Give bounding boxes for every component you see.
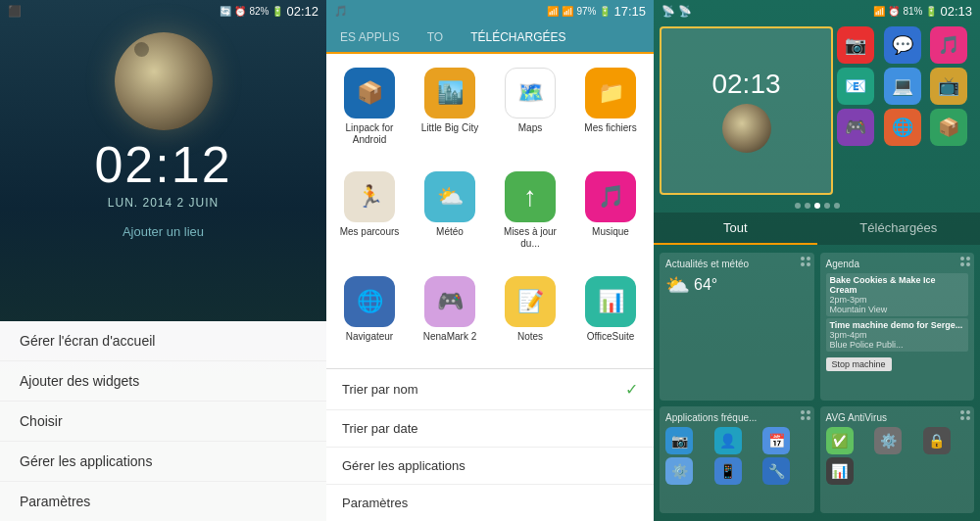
- app-musique[interactable]: 🎵 Musique: [571, 166, 650, 267]
- notes-label: Notes: [517, 331, 543, 343]
- menu-item-settings[interactable]: Paramètres: [0, 482, 326, 521]
- little-big-city-label: Little Big City: [421, 122, 478, 134]
- mini-app-4[interactable]: 📧: [837, 68, 874, 105]
- app-navigateur[interactable]: 🌐 Navigateur: [330, 270, 409, 360]
- apwd4: [807, 416, 810, 420]
- avg-icon-1[interactable]: ✅: [826, 427, 854, 454]
- tab-to[interactable]: TO: [414, 23, 457, 52]
- agenda-widget-card[interactable]: Agenda Bake Cookies & Make Ice Cream 2pm…: [820, 253, 975, 401]
- weather-widget-card[interactable]: Actualités et météo ⛅ 64°: [660, 253, 814, 401]
- clock-widget[interactable]: 02:13: [660, 26, 833, 195]
- meteo-icon: ⛅: [424, 171, 475, 222]
- widget-clock-time: 02:13: [711, 69, 780, 100]
- tab-es-applis[interactable]: ES APPLIS: [326, 23, 414, 52]
- apps-widget-grid: 📷 👤 📅 ⚙️ 📱 🔧: [665, 427, 808, 485]
- app-notes[interactable]: 📝 Notes: [491, 270, 569, 360]
- mini-app-7[interactable]: 🎮: [837, 109, 874, 146]
- app-nenamark[interactable]: 🎮 NenaMark 2: [411, 270, 489, 360]
- avg-icon-4[interactable]: 📊: [826, 457, 854, 485]
- sort-by-date[interactable]: Trier par date: [326, 410, 654, 448]
- clock-time: 02:12: [0, 135, 326, 194]
- wifi-icon-p3: 📶: [873, 6, 885, 17]
- menu-item-manage-home[interactable]: Gérer l'écran d'accueil: [0, 321, 326, 361]
- apps-widget-dots: [801, 410, 810, 420]
- fav-app-1[interactable]: 📷: [665, 427, 693, 454]
- app-mes-parcours[interactable]: 🏃 Mes parcours: [330, 166, 409, 267]
- tab-tout[interactable]: Tout: [654, 213, 817, 245]
- fav-app-4[interactable]: ⚙️: [665, 457, 693, 485]
- mini-app-6[interactable]: 📺: [930, 68, 967, 105]
- meteo-label: Météo: [436, 226, 464, 238]
- mises-a-jour-icon: ↑: [505, 171, 556, 222]
- battery-icon: 🔋: [271, 6, 283, 17]
- musique-label: Musique: [592, 226, 629, 238]
- dot-4: [824, 203, 830, 209]
- menu-item-choose[interactable]: Choisir: [0, 402, 326, 442]
- weather-widget-dots: [801, 257, 810, 266]
- manage-apps-p2[interactable]: Gérer les applications: [326, 448, 654, 485]
- mes-parcours-icon: 🏃: [344, 171, 395, 222]
- stop-machine-button[interactable]: Stop machine: [826, 357, 892, 371]
- mes-fichiers-label: Mes fichiers: [584, 122, 636, 134]
- mes-fichiers-icon: 📁: [585, 68, 636, 118]
- settings-p2[interactable]: Paramètres: [326, 485, 654, 521]
- avg-icon-2[interactable]: ⚙️: [874, 427, 902, 454]
- mini-app-3[interactable]: 🎵: [930, 26, 967, 64]
- check-icon: ✓: [625, 380, 638, 399]
- tab-telechargees[interactable]: TÉLÉCHARGÉES: [457, 23, 579, 54]
- tab-telechargees-p3[interactable]: Téléchargées: [817, 213, 981, 245]
- lock-screen-menu: Gérer l'écran d'accueil Ajouter des widg…: [0, 321, 326, 521]
- app-drawer-tabs: ES APPLIS TO TÉLÉCHARGÉES: [326, 23, 654, 54]
- fav-app-6[interactable]: 🔧: [762, 457, 790, 485]
- status-bar-panel1: ⬛ 🔄 ⏰ 02:12 82% 🔋 02:12: [0, 0, 326, 23]
- moon-container: [0, 32, 326, 130]
- weather-temp: 64°: [694, 276, 717, 294]
- menu-item-manage-apps[interactable]: Gérer les applications: [0, 442, 326, 482]
- mini-app-9[interactable]: 📦: [930, 109, 967, 146]
- app-officesuite[interactable]: 📊 OfficeSuite: [571, 270, 650, 360]
- app-mises-a-jour[interactable]: ↑ Mises à jour du...: [491, 166, 569, 267]
- mises-a-jour-label: Mises à jour du...: [493, 226, 567, 250]
- wifi-icon: 📶: [562, 6, 573, 17]
- app-drawer-panel: 🎵 📶 📶 97% 🔋 17:15 ES APPLIS TO TÉLÉCHARG…: [326, 0, 654, 521]
- avgwd3: [960, 416, 964, 420]
- app-linpack[interactable]: 📦 Linpack for Android: [330, 62, 409, 164]
- wd3: [801, 262, 805, 266]
- app-meteo[interactable]: ⛅ Météo: [411, 166, 489, 267]
- agenda-item-1-location: Mountain View: [830, 305, 965, 314]
- battery-text: 82%: [249, 6, 269, 17]
- app-mes-fichiers[interactable]: 📁 Mes fichiers: [571, 62, 650, 164]
- avg-icon-3[interactable]: 🔒: [923, 427, 951, 454]
- date-display: LUN. 2014 2 JUIN: [0, 196, 326, 210]
- mini-app-1[interactable]: 📷: [837, 26, 874, 64]
- mini-apps-row3: 🎮 🌐 📦: [837, 109, 974, 146]
- notification-icon: ⬛: [8, 5, 22, 18]
- menu-item-add-widgets[interactable]: Ajouter des widgets: [0, 361, 326, 402]
- mini-apps-row2: 📧 💻 📺: [837, 68, 974, 105]
- officesuite-label: OfficeSuite: [587, 331, 635, 343]
- battery-icon-p3: 🔋: [925, 6, 937, 17]
- widget-grid: Actualités et météo ⛅ 64° Agenda: [654, 245, 980, 521]
- mini-app-5[interactable]: 💻: [884, 68, 921, 105]
- dot-1: [795, 203, 801, 209]
- avg-widget-title: AVG AntiVirus: [826, 412, 969, 423]
- apps-widget-card[interactable]: Applications fréque... 📷 👤 📅 ⚙️ 📱 🔧: [660, 406, 814, 514]
- avg-widget-card[interactable]: AVG AntiVirus ✅ ⚙️ 🔒 📊: [820, 406, 975, 514]
- awd3: [960, 262, 964, 266]
- mini-app-8[interactable]: 🌐: [884, 109, 921, 146]
- status-bar-panel3: 📡 📡 📶 ⏰ 81% 🔋 02:13: [654, 0, 980, 23]
- sort-by-name[interactable]: Trier par nom ✓: [326, 369, 654, 410]
- mini-app-2[interactable]: 💬: [884, 26, 921, 64]
- lock-screen-panel: ⬛ 🔄 ⏰ 02:12 82% 🔋 02:12 02:12 LUN. 2014 …: [0, 0, 326, 521]
- musique-icon: 🎵: [585, 171, 636, 222]
- agenda-widget-title: Agenda: [826, 259, 969, 269]
- weather-widget-title: Actualités et météo: [665, 259, 808, 269]
- app-grid: 📦 Linpack for Android 🏙️ Little Big City…: [326, 54, 654, 368]
- app-little-big-city[interactable]: 🏙️ Little Big City: [411, 62, 489, 164]
- fav-app-5[interactable]: 📱: [714, 457, 742, 485]
- wd2: [807, 257, 810, 260]
- fav-app-3[interactable]: 📅: [762, 427, 790, 454]
- fav-app-2[interactable]: 👤: [714, 427, 742, 454]
- app-maps[interactable]: 🗺️ Maps: [491, 62, 569, 164]
- add-location[interactable]: Ajouter un lieu: [0, 224, 326, 239]
